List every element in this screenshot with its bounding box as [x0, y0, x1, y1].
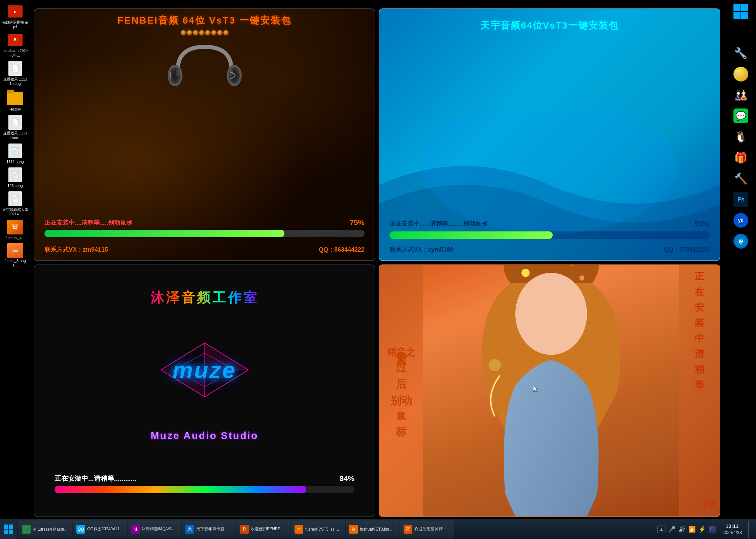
beauty-char-shu: 鼠	[397, 410, 406, 423]
tray-network-icon[interactable]: 📶	[688, 526, 696, 533]
beauty-pct: 2%	[703, 499, 716, 510]
tianyu-progress-section: 正在安装中......请稍等.........别动鼠标 51%	[389, 219, 710, 242]
tool1-icon: 🔧	[733, 45, 749, 61]
fenbei-welcome-icon: 欢	[240, 525, 249, 534]
tray-speaker-icon[interactable]: 🔊	[678, 526, 686, 533]
fenbei-progress-text: 正在安装中....请稍等.....别动鼠标 75%	[44, 218, 365, 227]
desktop-icon-yd[interactable]: yd	[727, 212, 754, 229]
fenbei-progress-pct: 75%	[350, 218, 365, 227]
taskbar-item-fushuai-iss2[interactable]: ⚙ fushuaiVST3.iss ...	[346, 520, 400, 538]
taskbar-item-qq-screenshot[interactable]: QQ QQ截图20240411...	[73, 520, 127, 538]
desktop-icon-monitor2[interactable]: 🖥	[727, 254, 754, 271]
fenbei-title: FENBEI音频 64位 VsT3 一键安装包	[34, 9, 375, 29]
muze-progress-pct: 84%	[340, 474, 354, 483]
beauty-cursor	[533, 386, 539, 394]
taskbar-item-muze[interactable]: M 沐泽精选64位VS...	[128, 520, 181, 538]
history-label: History	[9, 107, 21, 112]
knob3	[193, 30, 198, 35]
svg-point-6	[176, 70, 180, 76]
tray-battery-icon[interactable]: ⚡	[698, 526, 706, 533]
tianyu-progress-bar-bg	[389, 231, 710, 239]
taskbar-item-fushuai-iss1[interactable]: ⚙ fushuaiVST3.iss ...	[291, 520, 345, 538]
taskbar-date: 2024/4/28	[722, 530, 742, 536]
yd-icon: yd	[733, 212, 749, 228]
muze-subtitle: Muze Audio Studio	[151, 430, 259, 441]
desktop-icon-tianyu-zhao[interactable]: 📄 天宇音频赵大蛋20214...	[2, 191, 29, 216]
desktop-icon-live2[interactable]: 📄 直播效果 11111.son...	[2, 114, 29, 140]
windows-logo-icon	[733, 3, 749, 20]
desktop-icon-fushai3[interactable]: img fushai_3.png 1...	[2, 243, 29, 267]
taskbar-item-fushuai-welcome[interactable]: 富 欢迎使用富帅精...	[400, 520, 454, 538]
muze-taskbar-label: 沐泽精选64位VS...	[142, 526, 175, 532]
desktop-icon-bandicam[interactable]: B bandicam 2024-04-...	[2, 32, 29, 57]
knob8	[224, 30, 228, 35]
tianyu-zhao-label: 天宇音频赵大蛋20214...	[2, 208, 28, 216]
muze-title-cn: 沐泽音频工作室	[150, 288, 259, 307]
knob4	[199, 30, 204, 35]
taskbar-item-ik[interactable]: 🎵 IK Lurssen Maste...	[19, 520, 72, 538]
wechat-icon: 💬	[733, 108, 749, 124]
desktop-icon-song1111[interactable]: 📄 1111.song	[2, 143, 29, 164]
desktop-icon-live1[interactable]: 📄 直播效果 11111.song	[2, 60, 29, 86]
fushuai-iss1-icon: ⚙	[295, 525, 303, 534]
taskbar-item-fenbei-welcome[interactable]: 欢 欢迎使用FENBEI...	[237, 520, 290, 538]
desktop-icon-qq[interactable]: 🐧	[727, 129, 754, 146]
taskbar-tray: ▲ 🎤 🔊 📶 ⚡ 中 10:11 2024/4/28	[652, 519, 756, 539]
desktop-icon-windows[interactable]	[727, 3, 754, 20]
desktop-icon-gift[interactable]: 🎁	[727, 150, 754, 166]
beauty-char-xiao: 销音之	[387, 346, 415, 359]
live2-label: 直播效果 11111.son...	[2, 131, 28, 140]
taskbar-show-desktop[interactable]	[748, 521, 751, 538]
tianyu-progress-msg: 正在安装中......请稍等.........别动鼠标	[389, 220, 487, 228]
muze-progress-text: 正在安装中...请稍等............ 84%	[55, 474, 354, 483]
tray-ime-icon[interactable]: 中	[709, 526, 716, 533]
desktop-icon-tool2[interactable]: 🔨	[727, 170, 754, 187]
desktop-icon-photoshop[interactable]: Ps	[727, 191, 754, 208]
desktop-icon-yellow[interactable]	[727, 66, 754, 83]
desktop-icon-song123[interactable]: 📄 123.song	[2, 167, 29, 188]
desktop-icon-ie[interactable]: e	[727, 233, 754, 250]
tianyu-contact-qq: QQ：378812232	[664, 246, 710, 254]
beauty-right-deng: 等	[695, 379, 704, 391]
ik-label: IK Lurssen Maste...	[33, 527, 67, 532]
tianyu-taskbar-icon: 天	[185, 525, 194, 534]
fenbei-contact-qq: QQ：863444222	[319, 246, 365, 254]
fenbei-progress-msg: 正在安装中....请稍等.....别动鼠标	[44, 219, 132, 227]
muze-logo-text: muze	[173, 357, 237, 383]
tray-expand-button[interactable]: ▲	[657, 526, 665, 533]
char-icon: 🎎	[733, 87, 749, 103]
desktop-icon-tool1[interactable]: 🔧	[727, 45, 754, 62]
beauty-figure-svg	[423, 265, 679, 516]
desktop-icon-fushuai4[interactable]: 🖼 fushuai_4...	[2, 219, 29, 240]
beauty-text-right: 正 在 安 装 中 清 稍 等 2%	[679, 265, 720, 516]
taskbar-start-button[interactable]	[0, 519, 17, 539]
fushuai4-icon: 🖼	[7, 219, 23, 235]
live1-icon: 📄	[7, 60, 23, 76]
desktop-icon-char[interactable]: 🎎	[727, 87, 754, 104]
svg-point-17	[521, 269, 529, 277]
desktop-icon-history[interactable]: History	[2, 90, 29, 112]
muze-logo-word: muze	[173, 357, 237, 383]
song123-icon: 📄	[7, 167, 23, 183]
beauty-text-left: 安 爱 销音之 过 后 别动 鼠 标	[379, 265, 423, 516]
muze-progress-msg: 正在安装中...请稍等............	[55, 474, 136, 483]
tray-mic-icon[interactable]: 🎤	[668, 526, 676, 533]
taskbar-clock[interactable]: 10:11 2024/4/28	[719, 522, 746, 536]
knob2	[187, 30, 192, 35]
desktop-icon-vst3-video[interactable]: ▶ vst3演示视频 mp4	[2, 3, 29, 29]
desktop-icon-wechat[interactable]: 💬	[727, 108, 754, 125]
gift-icon: 🎁	[733, 150, 749, 166]
fenbei-installer-panel: FENBEI音频 64位 VsT3 一键安装包	[34, 8, 375, 261]
knob5	[205, 30, 210, 35]
desktop-icon-monitor1[interactable]: 🖥	[727, 24, 754, 41]
tianyu-middle-space	[389, 35, 710, 219]
vst3-video-icon: ▶	[7, 3, 23, 20]
beauty-figure-silhouette	[423, 265, 679, 516]
desktop-icons-right: 🖥 🔧 🎎 💬 🐧 🎁	[726, 0, 756, 519]
taskbar-time: 10:11	[726, 522, 738, 530]
headphone-svg	[168, 37, 242, 104]
taskbar-item-tianyu[interactable]: 天 天宇音频声卡直...	[182, 520, 236, 538]
beauty-char-guo: 过	[396, 360, 407, 375]
muze-progress-bar-fill	[55, 486, 306, 493]
beauty-right-zhong: 中	[695, 332, 704, 345]
